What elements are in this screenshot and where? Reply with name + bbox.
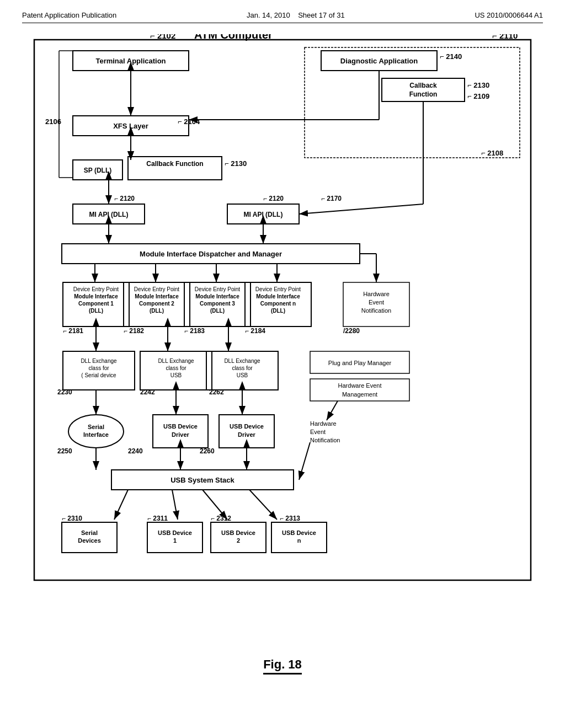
dll-serial-l3: ( Serial device bbox=[81, 372, 116, 378]
ref-2104: ⌐ 2104 bbox=[178, 117, 200, 126]
ref-2262: 2262 bbox=[209, 388, 224, 396]
dep3-line1: Device Entry Point bbox=[195, 286, 240, 292]
diagnostic-app-label: Diagnostic Application bbox=[340, 57, 418, 65]
ref-2109: ⌐ 2109 bbox=[467, 92, 489, 100]
dep1-line3: Component 1 bbox=[78, 301, 114, 307]
figure-label: Fig. 18 bbox=[263, 657, 302, 671]
callback-fn-2-label-1: Callback bbox=[409, 82, 437, 89]
ref-2310: ⌐ 2310 bbox=[62, 515, 82, 522]
ref-2120-left: ⌐ 2120 bbox=[114, 195, 135, 202]
mi-api-dll-2-label: MI API (DLL) bbox=[244, 211, 283, 218]
ref-2181: ⌐ 2181 bbox=[63, 327, 83, 335]
svg-line-51 bbox=[114, 490, 128, 520]
header-right: US 2010/0006644 A1 bbox=[475, 11, 543, 19]
hw-event-mgmt-l2: Management bbox=[342, 391, 377, 398]
ref-2102: ⌐ 2102 bbox=[150, 34, 175, 40]
serial-interface-l2: Interface bbox=[83, 431, 109, 438]
hw-event-notif-1-l2: Event bbox=[369, 299, 384, 306]
header-left: Patent Application Publication bbox=[22, 11, 116, 19]
dep2-line4: (DLL) bbox=[150, 308, 164, 314]
ref-2311: ⌐ 2311 bbox=[147, 515, 168, 522]
depn-line1: Device Entry Point bbox=[255, 286, 301, 292]
callback-fn-1-label: Callback Function bbox=[146, 160, 203, 168]
page-header: Patent Application Publication Jan. 14, … bbox=[22, 11, 543, 23]
ref-2182: ⌐ 2182 bbox=[124, 327, 144, 335]
svg-line-52 bbox=[172, 490, 178, 520]
midm-label: Module Interface Dispatcher and Manager bbox=[140, 250, 282, 258]
hw-event-notif-1-l3: Notification bbox=[361, 307, 391, 314]
dll-usb2-l1: DLL Exchange bbox=[224, 358, 260, 364]
usb-device2-l2: 2 bbox=[237, 537, 240, 544]
svg-line-62 bbox=[299, 204, 423, 214]
page: Patent Application Publication Jan. 14, … bbox=[0, 0, 565, 728]
depn-line2: Module Interface bbox=[256, 293, 300, 299]
dep2-line2: Module Interface bbox=[135, 293, 179, 299]
hw-event-notif-1-l1: Hardware bbox=[363, 291, 390, 297]
ref-2120-right: ⌐ 2120 bbox=[263, 195, 284, 202]
depn-line3: Component n bbox=[260, 301, 296, 307]
ref-2183: ⌐ 2183 bbox=[184, 327, 205, 335]
ref-2240: 2240 bbox=[128, 447, 143, 455]
ref-2313: ⌐ 2313 bbox=[280, 515, 300, 522]
dep1-line2: Module Interface bbox=[74, 293, 118, 299]
hw-event-notif-2-l2: Event bbox=[310, 429, 326, 435]
usb-devicen-l1: USB Device bbox=[282, 529, 316, 536]
usb-driver2-l1: USB Device bbox=[230, 423, 264, 430]
sp-dll-label: SP (DLL) bbox=[84, 167, 111, 174]
ref-2230: 2230 bbox=[57, 388, 72, 396]
svg-line-45 bbox=[327, 401, 338, 420]
serial-devices-l2: Devices bbox=[78, 537, 101, 544]
atm-title: ATM Computer bbox=[194, 34, 273, 41]
ref-2312: ⌐ 2312 bbox=[211, 515, 231, 522]
ref-2130-main: ⌐ 2130 bbox=[225, 159, 247, 168]
usb-driver1-l2: Driver bbox=[172, 431, 190, 438]
usb-device1-l2: 1 bbox=[173, 537, 177, 544]
ref-2130-right: ⌐ 2130 bbox=[467, 81, 489, 89]
dep2-line3: Component 2 bbox=[139, 301, 174, 307]
usb-device2-l1: USB Device bbox=[221, 529, 255, 536]
dep1-line4: (DLL) bbox=[89, 308, 103, 314]
plug-play-label: Plug and Play Manager bbox=[328, 360, 392, 366]
usb-devicen-l2: n bbox=[297, 537, 301, 544]
dep3-line4: (DLL) bbox=[210, 308, 225, 314]
ref-2250: 2250 bbox=[57, 447, 72, 455]
callback-fn-2-label-2: Function bbox=[409, 90, 438, 98]
main-diagram: ATM Computer ⌐ 2102 ⌐ 2110 Terminal Appl… bbox=[29, 34, 536, 641]
usb-system-stack-label: USB System Stack bbox=[170, 476, 234, 484]
usb-device1-l1: USB Device bbox=[158, 529, 192, 536]
terminal-app-label: Terminal Application bbox=[95, 57, 166, 65]
dll-usb2-l2: class for bbox=[232, 365, 253, 371]
xfs-layer-label: XFS Layer bbox=[113, 122, 148, 130]
diagram-wrapper: ATM Computer ⌐ 2102 ⌐ 2110 Terminal Appl… bbox=[22, 34, 543, 641]
dll-usb2-l3: USB bbox=[237, 372, 248, 378]
dll-usb1-l3: USB bbox=[170, 372, 182, 378]
ref-2184: ⌐ 2184 bbox=[245, 327, 265, 335]
ref-2242: 2242 bbox=[140, 388, 155, 396]
serial-interface-l1: Serial bbox=[88, 424, 104, 430]
dll-usb1-l2: class for bbox=[166, 365, 186, 371]
ref-2170: ⌐ 2170 bbox=[321, 195, 342, 202]
usb-driver2-l2: Driver bbox=[238, 431, 256, 438]
ref-2110: ⌐ 2110 bbox=[492, 34, 518, 40]
hw-event-notif-2-l1: Hardware bbox=[310, 420, 337, 427]
hw-event-notif-2-l3: Notification bbox=[310, 437, 340, 443]
hw-event-mgmt-l1: Hardware Event bbox=[338, 382, 382, 389]
depn-line4: (DLL) bbox=[271, 308, 285, 314]
serial-devices-l1: Serial bbox=[81, 529, 98, 536]
dep2-line1: Device Entry Point bbox=[134, 286, 179, 292]
ref-2260: 2260 bbox=[200, 447, 215, 455]
svg-line-50 bbox=[299, 442, 310, 480]
dll-serial-l1: DLL Exchange bbox=[81, 358, 117, 364]
dll-usb1-l1: DLL Exchange bbox=[158, 358, 194, 364]
usb-driver1-l1: USB Device bbox=[163, 423, 198, 430]
svg-line-54 bbox=[249, 490, 277, 520]
dep1-line1: Device Entry Point bbox=[73, 286, 119, 292]
ref-2280: /2280 bbox=[343, 327, 360, 335]
ref-2140: ⌐ 2140 bbox=[440, 52, 462, 61]
dep3-line3: Component 3 bbox=[200, 301, 235, 307]
dep3-line2: Module Interface bbox=[195, 293, 239, 299]
figure-caption: Fig. 18 bbox=[22, 657, 543, 675]
mi-api-dll-1-label: MI API (DLL) bbox=[89, 211, 129, 218]
ref-2108: ⌐ 2108 bbox=[481, 149, 503, 157]
dll-serial-l2: class for bbox=[88, 365, 109, 371]
